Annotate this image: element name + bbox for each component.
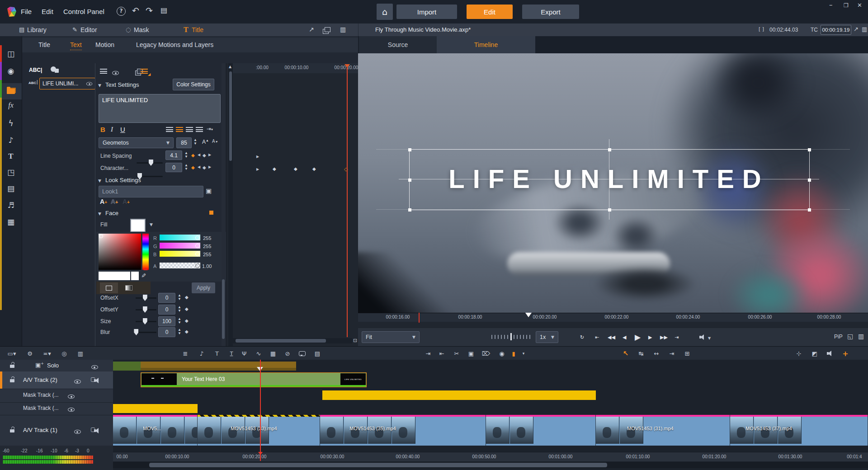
transport-go-to-start[interactable]: ⇤ bbox=[595, 334, 599, 340]
handle-se[interactable] bbox=[808, 208, 811, 212]
toolbar-roll-mode[interactable]: ⇥ bbox=[666, 349, 677, 358]
dual-view-icon[interactable]: ▥ bbox=[340, 26, 346, 33]
video-viewport[interactable]: LIFE UNLIMITED bbox=[358, 53, 868, 313]
panel-columns-icon[interactable]: ▥ bbox=[862, 26, 867, 32]
param-spinner-blur[interactable]: ▲ ▼ bbox=[178, 328, 181, 335]
line-spacing-keyframe-icon[interactable]: ◆ bbox=[191, 153, 195, 158]
menu-edit[interactable]: Edit bbox=[42, 8, 53, 15]
sidebar-item-layers-stack[interactable]: ▤ bbox=[3, 184, 19, 193]
settings-scrollbar[interactable] bbox=[222, 63, 225, 346]
font-increase-icon[interactable]: A▲ bbox=[202, 139, 209, 145]
g-slider[interactable] bbox=[160, 243, 200, 249]
param-keyframe-blur[interactable]: ◆ bbox=[185, 329, 189, 334]
color-settings-button[interactable]: Color Settings bbox=[173, 79, 214, 90]
toolbar-camera[interactable]: ◉ bbox=[496, 349, 507, 358]
param-slider-offsetx[interactable] bbox=[136, 297, 156, 299]
eyedropper-icon[interactable]: ✎ bbox=[141, 273, 146, 278]
look-settings-collapse[interactable]: ▼ bbox=[98, 179, 101, 183]
sidebar-item-scorefitter[interactable]: ♬ bbox=[3, 201, 19, 210]
sidebar-item-transitions-flash[interactable]: ϟ bbox=[3, 119, 19, 128]
share-icon[interactable]: ↗ bbox=[309, 26, 314, 33]
toolbar-track-height[interactable]: ≖▾ bbox=[42, 349, 52, 358]
param-slider-thumb[interactable] bbox=[143, 295, 147, 301]
keyframe-diamond[interactable]: ◆ bbox=[294, 166, 297, 171]
video-clip[interactable]: MOV51453 (37).mp4 bbox=[730, 415, 868, 446]
preview-ruler[interactable]: 00:00:16.0000:00:18.0000:00:20.0000:00:2… bbox=[358, 313, 868, 322]
sidebar-item-project-bin[interactable] bbox=[7, 89, 15, 94]
track-header-mask1[interactable]: Mask Track (... bbox=[0, 389, 113, 403]
toolbar-score-note[interactable]: ♪ bbox=[196, 349, 207, 358]
mask-clip-1[interactable] bbox=[322, 390, 596, 400]
solo-eye-icon[interactable] bbox=[91, 365, 98, 369]
volume-dropdown-arrow[interactable]: ▼ bbox=[708, 336, 711, 340]
sidebar-item-keyboard-keys[interactable]: ▦ bbox=[3, 217, 19, 226]
line-spacing-slider[interactable] bbox=[137, 162, 163, 164]
sv-gradient-square[interactable] bbox=[99, 234, 141, 270]
home-button[interactable]: ⌂ bbox=[377, 4, 393, 20]
toolbar-add-title[interactable]: T bbox=[212, 349, 222, 358]
line-spacing-add-key[interactable]: ◆ bbox=[203, 153, 206, 158]
solo-label[interactable]: Solo bbox=[47, 362, 59, 369]
toolbar-audio-mixer[interactable]: ≣ bbox=[180, 349, 191, 358]
video-clip[interactable]: MOV51453 (31).mp4 bbox=[596, 415, 730, 446]
toolbar-magnet-grid[interactable]: ⊞ bbox=[682, 349, 693, 358]
help-icon[interactable]: ? bbox=[117, 7, 126, 16]
character-add-key[interactable]: ◆ bbox=[203, 165, 206, 170]
mask-clip-2[interactable] bbox=[113, 404, 198, 413]
text-direction-icon[interactable]: ⇥▾ bbox=[207, 126, 213, 132]
solid-fill-button[interactable] bbox=[100, 282, 118, 293]
mini-hscroll[interactable] bbox=[233, 338, 352, 343]
mini-hscroll-thumb[interactable] bbox=[236, 339, 326, 343]
line-spacing-prev-key[interactable]: ◀ bbox=[198, 153, 200, 157]
text-settings-collapse[interactable]: ▼ bbox=[98, 83, 101, 88]
align-justify-button[interactable] bbox=[196, 127, 203, 132]
apply-button[interactable]: Apply bbox=[192, 282, 215, 293]
video-clip[interactable]: MOV5... bbox=[113, 415, 198, 446]
toolbar-disc-author[interactable]: ◎ bbox=[59, 349, 70, 358]
fit-dropdown[interactable]: Fit ▼ bbox=[362, 331, 420, 343]
mask2-eye-icon[interactable] bbox=[68, 408, 75, 412]
sidebar-item-titles-text[interactable]: T bbox=[3, 152, 19, 161]
handle-sw[interactable] bbox=[408, 208, 411, 212]
preview-playhead[interactable] bbox=[525, 313, 532, 317]
timeline-hscroll[interactable] bbox=[113, 462, 868, 468]
timeline-ruler[interactable]: 00.0000:00:10.0000:00:20.0000:00:30.0000… bbox=[113, 452, 868, 461]
sidebar-item-montage-template[interactable]: ◳ bbox=[3, 168, 19, 177]
timeline-playhead-cap[interactable] bbox=[258, 452, 263, 455]
tab-editor[interactable]: Editor bbox=[80, 26, 97, 33]
settings-scrollbar-thumb[interactable] bbox=[222, 279, 225, 339]
av2-eye-icon[interactable] bbox=[74, 380, 81, 384]
duplicate-layer-icon[interactable] bbox=[135, 70, 141, 75]
undock-icon[interactable]: ↗ bbox=[854, 26, 859, 32]
mini-vscroll[interactable]: ▲ bbox=[228, 63, 233, 346]
text-clip[interactable]: Your Text Here 03 LIFE UNLIMITED bbox=[141, 372, 367, 387]
italic-button[interactable]: I bbox=[111, 126, 113, 133]
copy-to-timeline-icon[interactable] bbox=[323, 29, 329, 34]
global-lock-icon[interactable] bbox=[10, 365, 14, 368]
preview-marker-tick[interactable] bbox=[419, 313, 420, 323]
add-track-icon[interactable]: ▣+ bbox=[35, 362, 44, 368]
param-value-box-offsety[interactable]: 0 bbox=[158, 305, 175, 315]
toolbar-audio-monitor[interactable] bbox=[825, 349, 835, 358]
mini-vscroll-up[interactable]: ▲ bbox=[229, 65, 231, 69]
face-collapse[interactable]: ▼ bbox=[98, 212, 101, 216]
menu-control-panel[interactable]: Control Panel bbox=[63, 8, 104, 15]
toolbar-select-cursor[interactable]: ↖ bbox=[620, 349, 631, 358]
transport-loop[interactable]: ↻ bbox=[580, 334, 584, 340]
toolbar-marker-menu[interactable]: ▾ bbox=[518, 349, 529, 358]
kf-row2-expand[interactable]: ▶ bbox=[256, 167, 259, 171]
tab-title[interactable]: Title bbox=[192, 26, 203, 33]
toolbar-voiceover-mic[interactable]: Ψ bbox=[239, 349, 250, 358]
keyframe-diamond[interactable]: ◆ bbox=[273, 166, 276, 171]
toolbar-razor-cut[interactable]: ✂ bbox=[451, 349, 462, 358]
line-spacing-spinner[interactable]: ▲▼ bbox=[184, 151, 188, 158]
hue-strip[interactable] bbox=[142, 234, 149, 270]
mask2-label[interactable]: Mask Track (... bbox=[23, 405, 59, 411]
align-center-button[interactable] bbox=[176, 127, 183, 132]
transport-go-to-end[interactable]: ⇥ bbox=[675, 334, 679, 340]
volume-icon[interactable] bbox=[699, 334, 706, 340]
param-spinner-offsety[interactable]: ▲ ▼ bbox=[178, 306, 181, 313]
tab-title-page[interactable]: Title bbox=[38, 41, 50, 48]
character-spinner[interactable]: ▲▼ bbox=[184, 164, 188, 170]
save-look-icon[interactable]: ▣ bbox=[206, 188, 212, 194]
